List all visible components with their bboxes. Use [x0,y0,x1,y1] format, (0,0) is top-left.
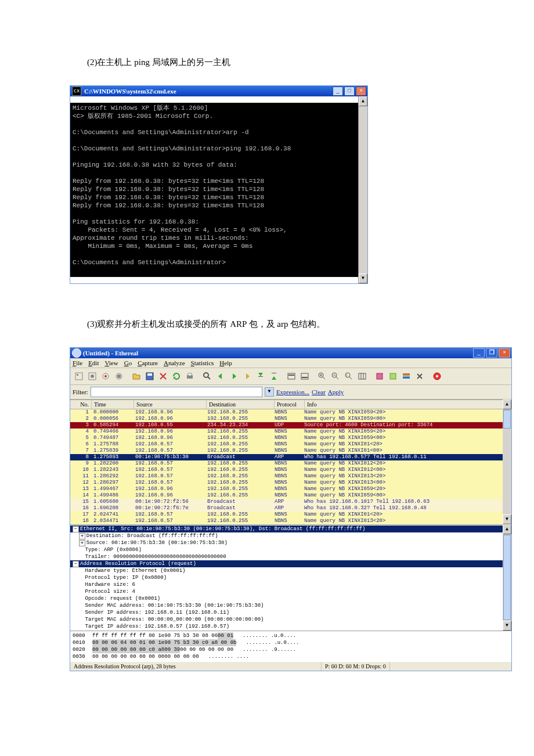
packet-row[interactable]: 10.000000192.168.0.96192.168.0.255NBNSNa… [70,409,511,416]
col-time[interactable]: Time [92,400,134,409]
clear-link[interactable]: Clear [312,388,326,395]
capture-options-icon[interactable] [86,370,99,383]
col-source[interactable]: Source [134,400,207,409]
filter-dropdown-icon[interactable]: ▼ [265,387,274,397]
reload-icon[interactable] [170,370,183,383]
find-icon[interactable] [201,370,214,383]
packet-row[interactable]: 131.499467192.168.0.96192.168.0.255NBNSN… [70,486,511,492]
go-last-icon[interactable] [268,370,280,383]
packet-list-pane[interactable]: No. Time Source Destination Protocol Inf… [70,399,511,524]
start-capture-icon[interactable] [99,370,112,383]
packet-row[interactable]: 111.286292192.168.0.57192.168.0.255NBNSN… [70,473,511,480]
packet-row[interactable]: 50.749487192.168.0.96192.168.0.255NBNSNa… [70,435,511,441]
cmd-window: cx C:\WINDOWS\system32\cmd.exe _ □ × Mic… [70,85,368,284]
expression-link[interactable]: Expression... [276,388,309,395]
menu-file[interactable]: File [73,359,82,366]
hex-pane[interactable]: 0000 ff ff ff ff ff ff 00 1e 90 75 b3 30… [70,631,511,661]
zoom-100-icon[interactable]: 1 [342,370,355,383]
menu-statistics[interactable]: Statistics [191,359,214,366]
close-button[interactable]: × [356,87,366,96]
packet-detail-pane[interactable]: −Ethernet II, Src: 00:1e:90:75:b3:30 (00… [70,524,511,631]
packet-row[interactable]: 172.024741192.168.0.57192.168.0.255NBNSN… [70,512,511,518]
zoom-out-icon[interactable] [329,370,342,383]
open-icon[interactable] [130,370,143,383]
svg-point-12 [204,373,208,377]
go-back-icon[interactable] [214,370,227,383]
display-filters-icon[interactable] [387,370,399,383]
col-protocol[interactable]: Protocol [275,400,305,409]
scroll-thumb[interactable] [503,535,511,620]
menu-go[interactable]: Go [124,359,132,366]
menu-edit[interactable]: Edit [88,359,99,366]
go-first-icon[interactable] [254,370,267,383]
col-info[interactable]: Info [305,400,511,409]
filter-input[interactable] [91,387,262,397]
col-no[interactable]: No. [70,400,92,409]
menu-capture[interactable]: Capture [138,359,158,366]
scroll-up-icon[interactable]: ▲ [503,524,511,534]
packet-row[interactable]: 20.000056192.168.0.96192.168.0.255NBNSNa… [70,416,511,422]
col-destination[interactable]: Destination [207,400,275,409]
go-forward-icon[interactable] [228,370,240,383]
stop-capture-icon[interactable] [113,370,125,383]
tree-expand-icon[interactable]: + [79,540,85,546]
help-icon[interactable] [431,370,443,383]
packet-row[interactable]: 101.282243192.168.0.57192.168.0.255NBNSN… [70,467,511,473]
detail-trailer: Trailer: 0000000000000000000000000000000… [85,554,226,560]
svg-rect-28 [403,377,410,379]
detail-type: Type: ARP (0x0806) [85,547,142,553]
packet-row[interactable]: 161.69620800:1e:90:72:f6:7eBroadcastARPW… [70,505,511,512]
tree-expand-icon[interactable]: + [79,533,85,539]
preferences-icon[interactable] [413,370,426,383]
scroll-up-icon[interactable]: ▲ [359,96,367,106]
packet-row[interactable]: 141.499486192.168.0.96192.168.0.255NBNSN… [70,492,511,499]
detail-scrollbar[interactable]: ▲ ▼ [503,524,511,631]
packet-list-scrollbar[interactable]: ▲ ▼ [503,399,511,524]
minimize-button[interactable]: _ [473,348,485,358]
scroll-down-icon[interactable]: ▼ [503,514,511,524]
resize-columns-icon[interactable] [356,370,369,383]
menu-help[interactable]: Help [219,359,232,366]
menu-view[interactable]: View [104,359,118,366]
packet-header-row[interactable]: No. Time Source Destination Protocol Inf… [70,400,511,409]
scroll-down-icon[interactable]: ▼ [503,621,511,631]
auto-scroll-icon[interactable] [298,370,311,383]
scroll-thumb[interactable] [503,410,511,429]
print-icon[interactable] [183,370,196,383]
zoom-in-icon[interactable] [316,370,329,383]
close-button[interactable]: × [499,348,510,358]
packet-row[interactable]: 81.27589300:1e:90:75:b3:30BroadcastARPWh… [70,454,511,460]
packet-row[interactable]: 91.282200192.168.0.57192.168.0.255NBNSNa… [70,460,511,467]
packet-row[interactable]: 30.585294192.168.0.55234.34.23.234UDPSou… [70,422,511,429]
list-interfaces-icon[interactable] [73,370,85,383]
colorize-icon[interactable] [285,370,298,383]
svg-text:1: 1 [346,373,348,377]
scroll-down-icon[interactable]: ▼ [359,273,367,283]
packet-row[interactable]: 71.275839192.168.0.57192.168.0.255NBNSNa… [70,448,511,454]
capture-filters-icon[interactable] [373,370,386,383]
cmd-titlebar[interactable]: cx C:\WINDOWS\system32\cmd.exe _ □ × [70,86,367,96]
maximize-button[interactable]: □ [344,87,355,96]
packet-row[interactable]: 40.749466192.168.0.96192.168.0.255NBNSNa… [70,429,511,435]
save-icon[interactable] [143,370,156,383]
tree-collapse-icon[interactable]: − [73,526,79,532]
coloring-rules-icon[interactable] [400,370,413,383]
packet-row[interactable]: 151.60568000:1e:90:72:f2:56BroadcastARPW… [70,499,511,505]
detail-prototype: Protocol type: IP (0x0800) [85,575,167,581]
go-to-icon[interactable] [241,370,254,383]
packet-row[interactable]: 121.286297192.168.0.57192.168.0.255NBNSN… [70,480,511,486]
filter-label: Filter: [73,388,88,395]
toolbar: 1 [70,368,511,385]
restore-button[interactable]: ❐ [486,348,497,358]
apply-link[interactable]: Apply [328,388,344,395]
ethereal-titlebar[interactable]: (Untitled) - Ethereal _ ❐ × [70,348,511,358]
packet-row[interactable]: 61.275788192.168.0.57192.168.0.255NBNSNa… [70,441,511,448]
tree-collapse-icon[interactable]: − [73,561,79,567]
svg-rect-7 [117,375,121,378]
close-file-icon[interactable] [157,370,169,383]
cmd-scrollbar[interactable]: ▲ ▼ [358,96,367,283]
menu-analyze[interactable]: Analyze [164,359,185,366]
packet-row[interactable]: 182.034471192.168.0.57192.168.0.255NBNSN… [70,518,511,524]
minimize-button[interactable]: _ [333,87,343,96]
scroll-up-icon[interactable]: ▲ [503,399,511,409]
